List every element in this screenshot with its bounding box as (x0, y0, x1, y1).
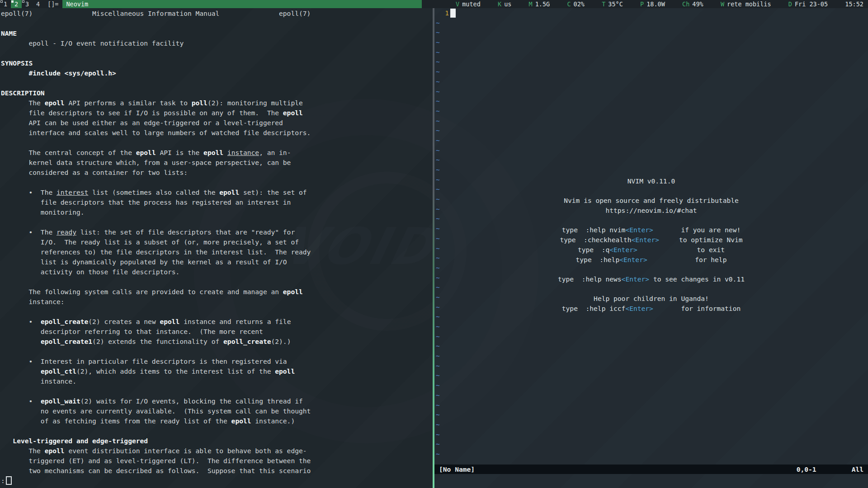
window-divider (433, 8, 434, 488)
tilde: ~ (436, 449, 440, 459)
tag-1[interactable]: 1 (0, 0, 11, 8)
status-Ch: Ch49% (682, 0, 703, 8)
status-C: C02% (567, 0, 585, 8)
tag-indicator-icon (11, 0, 14, 3)
intro-line: https://neovim.io/#chat (434, 206, 868, 216)
status-M: M1.5G (529, 0, 550, 8)
intro-line (434, 284, 868, 294)
status-T: T35°C (602, 0, 623, 8)
man-line (1, 178, 311, 188)
status-clock: 15:52 (845, 0, 863, 8)
focused-window-title: Neovim (62, 0, 422, 8)
status-D: DFri 23-05 (788, 0, 828, 8)
status-W: Wrete mobilis (721, 0, 771, 8)
tilde: ~ (436, 145, 440, 155)
man-line: The epoll API performs a similar task to… (1, 98, 311, 108)
man-line: instance. (1, 376, 311, 386)
tilde: ~ (436, 28, 440, 38)
intro-line: type :help<Enter> for help (434, 255, 868, 265)
man-line: kernel data structure which, from a user… (1, 158, 311, 168)
man-line: Level-triggered and edge-triggered (1, 436, 311, 446)
tag-2[interactable]: 2 (11, 0, 22, 8)
man-line (1, 217, 311, 227)
pager-prompt-colon: : (1, 477, 5, 484)
tag-indicator-icon (0, 0, 3, 3)
desktop: VOID epoll(7) Miscellaneous Information … (0, 0, 868, 488)
pager-prompt[interactable]: : (1, 476, 12, 486)
man-line (1, 48, 311, 58)
man-line (1, 347, 311, 357)
buffer-line-1[interactable]: 1 (434, 8, 868, 18)
tilde: ~ (436, 390, 440, 400)
man-line: triggered (ET) and as level-triggered (L… (1, 456, 311, 466)
intro-line: type :help iccf<Enter> for information (434, 304, 868, 314)
man-line: interface and scales well to large numbe… (1, 128, 311, 138)
man-line: no events are currently available. (This… (1, 406, 311, 416)
man-line: epoll(7) Miscellaneous Information Manua… (1, 9, 311, 19)
tilde: ~ (436, 96, 440, 106)
man-line: considered as a container for two lists: (1, 168, 311, 178)
status-value: 1.5G (535, 0, 550, 8)
intro-line: type :checkhealth<Enter> to optimize Nvi… (434, 235, 868, 245)
tilde: ~ (436, 322, 440, 332)
man-line: descriptor referring to that instance. (… (1, 327, 311, 337)
statusline-ruler-group: 0,0-1 All (797, 465, 863, 474)
status-label: W (721, 0, 724, 8)
status-label: T (602, 0, 605, 8)
nvim-cmdline (434, 474, 868, 488)
man-line: • The ready list: the set of file descri… (1, 227, 311, 237)
intro-line (434, 264, 868, 274)
man-line: API can be used either as an edge-trigge… (1, 118, 311, 128)
status-label: Ch (682, 0, 689, 8)
man-line: DESCRIPTION (1, 88, 311, 98)
status-label: P (640, 0, 644, 8)
statusline-ruler: 0,0-1 (797, 465, 816, 474)
statusline-position: All (852, 465, 863, 474)
status-label: V (456, 0, 459, 8)
status-text: VmutedKusM1.5GC02%T35°CP18.0WCh49%Wrete … (422, 0, 868, 8)
layout-symbol[interactable]: []= (43, 0, 62, 8)
tilde: ~ (436, 57, 440, 67)
tilde: ~ (436, 371, 440, 380)
tilde: ~ (436, 106, 440, 116)
intro-line: Help poor children in Uganda! (434, 294, 868, 304)
status-label: K (498, 0, 501, 8)
tilde: ~ (436, 77, 440, 87)
tilde: ~ (436, 155, 440, 165)
man-page-text: epoll(7) Miscellaneous Information Manua… (1, 9, 311, 476)
terminal-cursor (6, 476, 12, 485)
terminal-man-window[interactable]: epoll(7) Miscellaneous Information Manua… (0, 8, 433, 488)
nvim-intro-message: NVIM v0.11.0 Nvim is open source and fre… (434, 176, 868, 314)
status-value: muted (462, 0, 481, 8)
status-label: D (788, 0, 792, 8)
man-line: I/O. The ready list is a subset of (or, … (1, 237, 311, 247)
man-line: file descriptors to see if I/O is possib… (1, 108, 311, 118)
tag-list: 1234 (0, 0, 43, 8)
nvim-statusline: [No Name] 0,0-1 All (434, 465, 868, 474)
man-line: two mechanisms can be described as follo… (1, 466, 311, 476)
status-value: rete mobilis (727, 0, 771, 8)
man-line: • epoll_wait(2) waits for I/O events, bl… (1, 396, 311, 406)
top-bar: 1234 []= Neovim VmutedKusM1.5GC02%T35°CP… (0, 0, 868, 8)
tilde: ~ (436, 430, 440, 440)
man-line (1, 426, 311, 436)
man-line: • The interest list (sometimes also call… (1, 188, 311, 197)
man-line: file descriptors that the process has re… (1, 197, 311, 207)
man-line: • Interest in particular file descriptor… (1, 357, 311, 366)
tilde: ~ (436, 351, 440, 361)
man-line: epoll_ctl(2), which adds items to the in… (1, 366, 311, 376)
tag-3[interactable]: 3 (22, 0, 33, 8)
man-line: The central concept of the epoll API is … (1, 148, 311, 158)
intro-line: type :help nvim<Enter> if you are new! (434, 225, 868, 235)
neovim-window[interactable]: ~~~~~~~~~~~~~~~~~~~~~~~~~~~~~~~~~~~~~~~~… (434, 8, 868, 488)
tilde: ~ (436, 67, 440, 77)
status-value: 02% (574, 0, 585, 8)
tilde: ~ (436, 439, 440, 449)
intro-line (434, 216, 868, 225)
man-line: The epoll event distribution interface i… (1, 446, 311, 456)
man-line: monitoring. (1, 207, 311, 217)
tilde: ~ (436, 47, 440, 57)
man-line (1, 19, 311, 28)
tag-4[interactable]: 4 (33, 0, 43, 8)
tilde: ~ (436, 380, 440, 390)
